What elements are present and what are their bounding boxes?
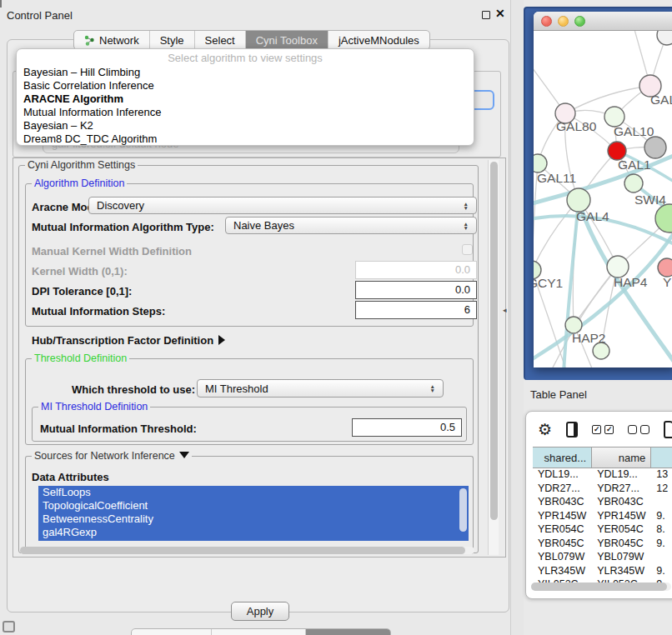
column-header-name[interactable]: name [592, 448, 651, 468]
table-row[interactable]: YBL079WYBL079W [533, 551, 672, 565]
tab-discretize-data[interactable]: Discretize Data [212, 629, 306, 635]
mi-steps-field[interactable]: 6 [355, 301, 477, 319]
aracne-mode-value: Discovery [97, 199, 144, 212]
data-attributes-label: Data Attributes [32, 471, 109, 483]
dropdown-header: Select algorithm to view settings [17, 49, 474, 66]
minimized-panel-icon[interactable] [3, 621, 15, 632]
which-threshold-combo[interactable]: MI Threshold ▲▼ [197, 379, 444, 398]
sources-title: Sources for Network Inference [34, 450, 175, 462]
network-node-n15[interactable] [593, 342, 609, 359]
attribute-item-selected[interactable]: TopologicalCoefficient [38, 499, 469, 512]
minimize-traffic-light-icon[interactable] [558, 16, 569, 27]
dropdown-item[interactable]: Dream8 DC_TDC Algorithm [17, 132, 474, 146]
tab-select[interactable]: Select [195, 31, 246, 49]
dropdown-item[interactable]: Bayesian – K2 [17, 119, 474, 132]
attribute-item-selected[interactable]: SelfLoops [38, 486, 469, 499]
mi-threshold-group-title: MI Threshold Definition [38, 401, 150, 412]
dropdown-item[interactable]: ARACNE Algorithm [17, 92, 474, 106]
dpi-tolerance-field[interactable]: 0.0 [355, 281, 477, 299]
control-panel-body: galFiltered.sif default node Select algo… [7, 39, 509, 612]
combo-stepper-icon: ▲▼ [457, 202, 469, 210]
table-row[interactable]: YLR345WYLR345W9. [533, 565, 672, 579]
apply-button[interactable]: Apply [231, 602, 289, 621]
table-cell: 12 [651, 482, 672, 497]
tab-infer-network[interactable]: Infer Network [306, 629, 390, 635]
network-node-n10[interactable] [655, 204, 672, 232]
table-cell: 9. [651, 565, 672, 579]
kernel-width-field[interactable]: 0.0 [355, 261, 477, 279]
network-graph: GALGAL80GAL10GAL1GAL11SWI4GAL4GCY1HAP4YH… [534, 31, 672, 368]
threshold-definition-title: Threshold Definition [32, 352, 129, 364]
attribute-item-selected[interactable]: BetweennessCentrality [38, 512, 469, 526]
table-cell: YBL079W [533, 551, 592, 565]
tab-impute-data[interactable]: Impute Data [132, 629, 212, 635]
list-scrollbar[interactable] [459, 488, 467, 537]
deselect-all-icon[interactable] [628, 425, 649, 434]
column-header-extra[interactable] [651, 448, 672, 468]
node-label-GAL4: GAL4 [576, 209, 609, 223]
table-cell: YDR27... [592, 482, 651, 497]
table-row[interactable]: YDR27...YDR27...12 [533, 482, 672, 497]
network-node-GAL4[interactable] [567, 188, 590, 212]
which-threshold-value: MI Threshold [205, 382, 268, 395]
table-cell: 9. [651, 538, 672, 552]
manual-kernel-checkbox[interactable] [462, 244, 473, 255]
table-row[interactable]: YPR145WYPR145W9. [533, 510, 672, 524]
select-all-icon[interactable]: ✓✓ [592, 425, 614, 434]
table-rows: YDL19...YDL19...13YDR27...YDR27...12YBR0… [533, 468, 672, 592]
dpi-tolerance-label: DPI Tolerance [0,1]: [32, 285, 132, 298]
columns-icon[interactable] [566, 422, 578, 438]
tab-network[interactable]: Network [74, 31, 150, 49]
gear-icon[interactable]: ⚙ [538, 420, 552, 439]
table-cell: YDL19... [533, 468, 592, 482]
table-cell: YBR045C [533, 538, 592, 552]
mi-threshold-label: Mutual Information Threshold: [40, 422, 197, 435]
dropdown-item[interactable]: Basic Correlation Inference [17, 79, 474, 92]
horizontal-scrollbar[interactable] [20, 547, 474, 554]
network-node-SWI4[interactable] [624, 174, 643, 192]
zoom-traffic-light-icon[interactable] [574, 16, 585, 27]
close-traffic-light-icon[interactable] [541, 16, 552, 27]
tab-jactivemnodules[interactable]: jActiveMNodules [328, 31, 429, 49]
combo-stepper-icon: ▲▼ [424, 384, 435, 392]
dropdown-item[interactable]: Bayesian – Hill Climbing [17, 66, 474, 79]
network-node-n13[interactable] [658, 258, 672, 277]
table-horizontal-scrollbar[interactable] [531, 582, 671, 591]
which-threshold-label: Which threshold to use: [72, 383, 195, 396]
network-node-n1[interactable] [657, 31, 672, 45]
hub-definition-expander[interactable]: Hub/Transcription Factor Definition [32, 334, 225, 347]
collapse-down-icon [179, 452, 189, 458]
combo-stepper-icon: ▲▼ [457, 222, 469, 230]
network-node-n6[interactable] [644, 137, 666, 158]
aracne-mode-combo[interactable]: Discovery ▲▼ [88, 197, 477, 214]
network-window-titlebar[interactable] [534, 12, 672, 31]
settings-scrollbar[interactable] [488, 160, 499, 555]
column-header-shared...[interactable]: shared... [533, 448, 592, 468]
network-node-GAL11[interactable] [534, 154, 547, 172]
divider-collapse-icon[interactable]: ◂ [503, 306, 507, 314]
network-canvas[interactable]: GALGAL80GAL10GAL1GAL11SWI4GAL4GCY1HAP4YH… [534, 31, 672, 368]
mi-type-combo[interactable]: Naive Bayes ▲▼ [225, 217, 477, 234]
table-cell: 13 [651, 468, 672, 482]
algorithm-dropdown: Select algorithm to view settings Bayesi… [16, 48, 474, 146]
sources-title-wrap[interactable]: Sources for Network Inference [32, 450, 192, 462]
tab-style[interactable]: Style [150, 31, 195, 49]
table-row[interactable]: YER054CYER054C8. [533, 523, 672, 538]
table-row[interactable]: YDL19...YDL19...13 [533, 468, 672, 482]
data-attributes-list[interactable]: SelfLoopsTopologicalCoefficientBetweenne… [38, 486, 469, 541]
mi-threshold-field[interactable]: 0.5 [352, 418, 462, 437]
hub-definition-label: Hub/Transcription Factor Definition [32, 334, 213, 347]
split-pane-divider[interactable] [510, 0, 524, 635]
tab-label: Cyni Toolbox [256, 34, 318, 47]
document-icon[interactable] [664, 421, 672, 438]
table-row[interactable]: YBR043CYBR043C [533, 496, 672, 510]
dropdown-item[interactable]: Mutual Information Inference [17, 106, 474, 119]
node-label-GAL1: GAL1 [618, 158, 651, 172]
node-label-GAL10: GAL10 [614, 124, 654, 138]
tab-cyni-toolbox[interactable]: Cyni Toolbox [246, 31, 328, 49]
mi-steps-label: Mutual Information Steps: [32, 305, 165, 318]
mi-type-value: Naive Bayes [233, 219, 294, 232]
tab-label: Network [99, 34, 139, 47]
table-row[interactable]: YBR045CYBR045C9. [533, 538, 672, 552]
attribute-item-selected[interactable]: gal4RGexp [38, 526, 469, 539]
